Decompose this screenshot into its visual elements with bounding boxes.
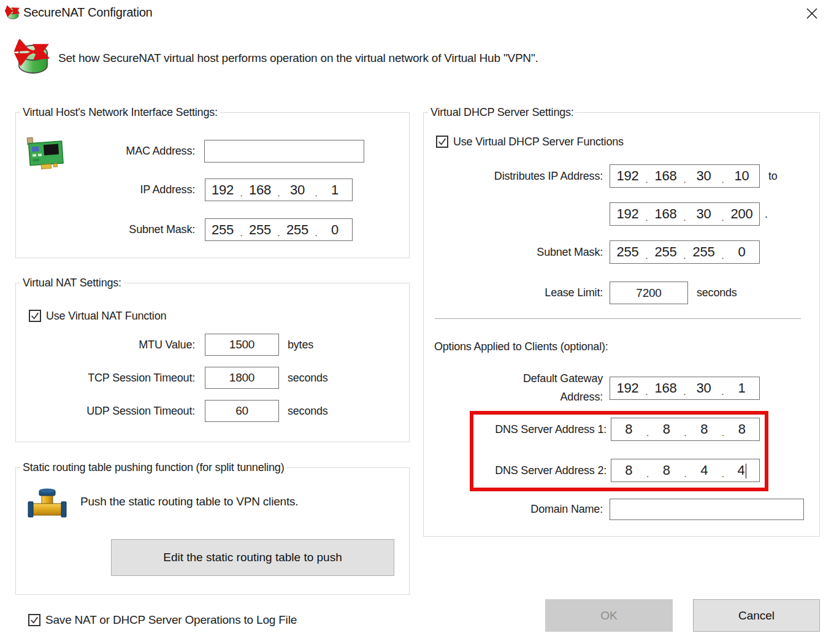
interface-settings-group: Virtual Host's Network Interface Setting… — [15, 112, 410, 258]
distributes-ip-row: Distributes IP Address: 192. 168. 30. 10… — [424, 164, 819, 188]
header-description: Set how SecureNAT virtual host performs … — [58, 52, 538, 65]
dhcp-group-title: Virtual DHCP Server Settings: — [428, 106, 576, 119]
close-button[interactable] — [798, 1, 825, 26]
default-gateway-label: Default Gateway Address: — [424, 370, 603, 406]
default-gateway-input[interactable]: 192. 168. 30. 1 — [610, 377, 760, 400]
checkmark-icon — [29, 615, 39, 625]
dns1-input[interactable]: 8. 8. 8. 8 — [611, 418, 760, 441]
mac-address-row: MAC Address: — [16, 140, 408, 163]
close-icon — [805, 7, 819, 20]
udp-timeout-row: UDP Session Timeout: 60 seconds — [16, 400, 408, 422]
nat-group-title: Virtual NAT Settings: — [20, 277, 124, 289]
use-dhcp-checkbox[interactable] — [436, 136, 448, 148]
dns2-label: DNS Server Address 2: — [424, 464, 606, 477]
dns2-input[interactable]: 8. 8. 4. 4 — [611, 459, 760, 482]
default-gateway-row: Default Gateway Address: 192. 168. 30. 1 — [424, 377, 819, 400]
mtu-label: MTU Value: — [16, 339, 195, 351]
pipe-icon — [27, 486, 67, 524]
dns1-row: DNS Server Address 1: 8. 8. 8. 8 — [424, 418, 819, 441]
dns2-row: DNS Server Address 2: 8. 8. 4. 4 — [424, 459, 819, 482]
options-section-title: Options Applied to Clients (optional): — [434, 340, 608, 353]
dhcp-subnet-input[interactable]: 255. 255. 255. 0 — [610, 240, 760, 264]
mac-address-input[interactable] — [204, 140, 364, 163]
lease-limit-row: Lease Limit: 7200 seconds — [424, 282, 819, 304]
mtu-input[interactable]: 1500 — [205, 334, 279, 356]
securenat-icon — [13, 39, 53, 79]
checkmark-icon — [30, 311, 40, 321]
mac-address-label: MAC Address: — [16, 145, 195, 158]
dhcp-settings-group: Virtual DHCP Server Settings: Use Virtua… — [423, 112, 820, 537]
routing-description: Push the static routing table to VPN cli… — [80, 495, 298, 508]
subnet-mask-input[interactable]: 255. 255. 255. 0 — [205, 218, 353, 241]
interface-group-title: Virtual Host's Network Interface Setting… — [20, 106, 220, 119]
use-nat-label: Use Virtual NAT Function — [46, 310, 166, 323]
domain-name-row: Domain Name: — [424, 499, 819, 520]
app-icon — [5, 6, 21, 21]
section-divider — [435, 318, 801, 319]
domain-name-label: Domain Name: — [424, 503, 603, 516]
save-log-label: Save NAT or DHCP Server Operations to Lo… — [45, 613, 297, 627]
mtu-row: MTU Value: 1500 bytes — [16, 334, 408, 356]
tcp-timeout-label: TCP Session Timeout: — [16, 372, 195, 385]
lease-limit-label: Lease Limit: — [424, 286, 603, 299]
subnet-mask-label: Subnet Mask: — [16, 223, 195, 236]
udp-timeout-label: UDP Session Timeout: — [16, 405, 195, 418]
range-period: . — [765, 208, 768, 221]
use-nat-checkbox-row[interactable]: Use Virtual NAT Function — [29, 309, 166, 323]
distributes-ip-label: Distributes IP Address: — [424, 170, 603, 183]
use-nat-checkbox[interactable] — [29, 310, 41, 322]
checkmark-icon — [437, 137, 447, 147]
udp-timeout-input[interactable]: 60 — [205, 400, 279, 422]
ok-button[interactable]: OK — [545, 599, 673, 632]
routing-group-title: Static routing table pushing function (f… — [20, 461, 286, 474]
edit-routing-table-button[interactable]: Edit the static routing table to push — [111, 539, 394, 576]
save-log-checkbox[interactable] — [28, 614, 40, 626]
dhcp-subnet-row: Subnet Mask: 255. 255. 255. 0 — [424, 240, 819, 264]
nat-settings-group: Virtual NAT Settings: Use Virtual NAT Fu… — [15, 283, 410, 442]
static-routing-group: Static routing table pushing function (f… — [15, 467, 410, 595]
dns1-label: DNS Server Address 1: — [424, 423, 606, 436]
dhcp-subnet-label: Subnet Mask: — [424, 246, 603, 259]
window-title: SecureNAT Configration — [23, 6, 153, 20]
range-to-label: to — [768, 170, 778, 183]
text-cursor — [746, 464, 747, 478]
udp-timeout-unit: seconds — [288, 405, 328, 418]
ip-range-end-row: 192. 168. 30. 200 . — [424, 202, 819, 226]
cancel-button[interactable]: Cancel — [693, 599, 820, 632]
tcp-timeout-row: TCP Session Timeout: 1800 seconds — [16, 367, 408, 389]
subnet-mask-row: Subnet Mask: 255. 255. 255. 0 — [16, 218, 408, 241]
ip-address-input[interactable]: 192. 168. 30. 1 — [205, 178, 353, 201]
mtu-unit: bytes — [288, 339, 313, 351]
use-dhcp-label: Use Virtual DHCP Server Functions — [453, 136, 624, 148]
domain-name-input[interactable] — [610, 499, 804, 520]
use-dhcp-checkbox-row[interactable]: Use Virtual DHCP Server Functions — [436, 135, 624, 148]
tcp-timeout-input[interactable]: 1800 — [205, 367, 279, 389]
ip-range-start-input[interactable]: 192. 168. 30. 10 — [610, 164, 760, 188]
lease-limit-input[interactable]: 7200 — [610, 282, 688, 304]
ip-address-label: IP Address: — [16, 183, 195, 196]
ip-range-end-input[interactable]: 192. 168. 30. 200 — [610, 202, 760, 226]
save-log-checkbox-row[interactable]: Save NAT or DHCP Server Operations to Lo… — [28, 613, 297, 627]
tcp-timeout-unit: seconds — [288, 372, 328, 385]
ip-address-row: IP Address: 192. 168. 30. 1 — [16, 178, 408, 201]
lease-unit: seconds — [697, 286, 737, 299]
